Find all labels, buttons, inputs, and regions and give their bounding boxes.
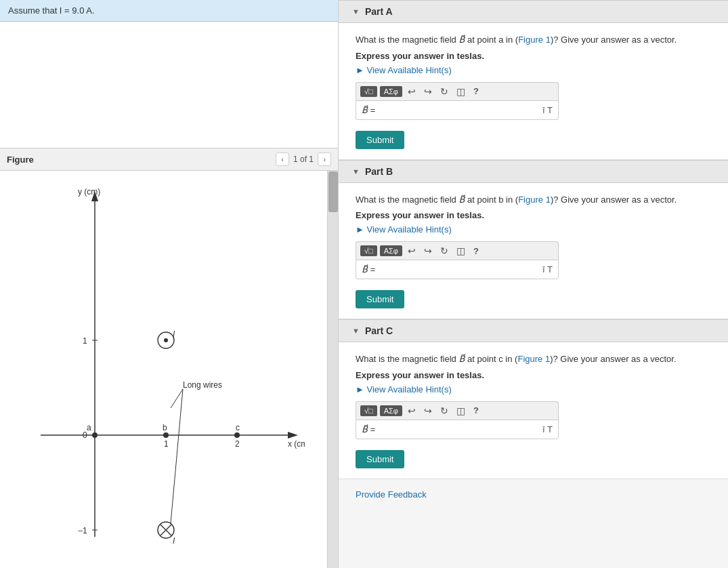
part-b-sqrt-btn[interactable]: √□: [360, 245, 377, 256]
svg-marker-3: [288, 432, 298, 439]
part-a-help-btn[interactable]: ?: [471, 85, 481, 97]
svg-text:y (cm): y (cm): [78, 187, 100, 197]
part-a-grid-btn[interactable]: ◫: [454, 85, 468, 98]
part-b-question: What is the magnetic field B⃗ at point b…: [356, 193, 711, 207]
left-panel: Assume that I = 9.0 A. Figure ‹ 1 of 1 ›: [0, 0, 339, 568]
part-c-symbol-btn[interactable]: AΣφ: [380, 405, 402, 416]
part-b-hint[interactable]: ► View Available Hint(s): [356, 224, 711, 235]
assume-label: Assume that I = 9.0 A.: [8, 5, 95, 16]
part-c-label: Part C: [365, 325, 393, 336]
part-b-b-label: B⃗ =: [362, 264, 375, 275]
svg-text:Long wires: Long wires: [183, 380, 222, 390]
part-c-section: ▼ Part C What is the magnetic field B⃗ a…: [339, 319, 728, 479]
figure-svg: y (cm) x (cm) 1 0 −1: [0, 171, 338, 568]
part-c-submit-btn[interactable]: Submit: [356, 450, 404, 468]
part-a-question: What is the magnetic field B⃗ at point a…: [356, 33, 711, 47]
part-b-unit: î T: [542, 264, 553, 275]
figure-link-b[interactable]: Figure 1: [518, 195, 551, 205]
part-c-question: What is the magnetic field B⃗ at point c…: [356, 352, 711, 366]
part-c-express: Express your answer in teslas.: [356, 370, 711, 380]
part-b-arrow: ▼: [352, 167, 360, 176]
part-c-toolbar: √□ AΣφ ↩ ↪ ↻ ◫ ?: [356, 401, 559, 420]
svg-point-22: [92, 432, 98, 438]
part-c-unit: î T: [542, 424, 553, 434]
part-c-undo-btn[interactable]: ↩: [405, 405, 419, 417]
part-b-answer-row: B⃗ = î T: [356, 260, 559, 279]
part-c-grid-btn[interactable]: ◫: [454, 405, 468, 417]
part-a-symbol-btn[interactable]: AΣφ: [380, 86, 402, 97]
part-c-content: What is the magnetic field B⃗ at point c…: [339, 342, 728, 479]
svg-text:I: I: [173, 329, 175, 339]
part-b-input[interactable]: [379, 263, 538, 276]
part-c-b-label: B⃗ =: [362, 424, 375, 434]
svg-line-30: [171, 389, 183, 523]
part-b-header: ▼ Part B: [339, 160, 728, 183]
svg-point-16: [164, 338, 168, 342]
part-c-help-btn[interactable]: ?: [471, 405, 481, 416]
part-a-header: ▼ Part A: [339, 0, 728, 23]
svg-point-26: [234, 432, 240, 438]
part-a-arrow: ▼: [352, 7, 360, 16]
part-a-reset-btn[interactable]: ↻: [437, 85, 451, 98]
part-a-section: ▼ Part A What is the magnetic field B⃗ a…: [339, 0, 728, 160]
part-b-toolbar: √□ AΣφ ↩ ↪ ↻ ◫ ?: [356, 241, 559, 260]
svg-text:x (cm): x (cm): [288, 439, 305, 449]
figure-scrollbar[interactable]: [327, 171, 338, 568]
svg-text:I: I: [173, 536, 175, 546]
part-a-content: What is the magnetic field B⃗ at point a…: [339, 23, 728, 160]
part-c-reset-btn[interactable]: ↻: [437, 405, 451, 417]
figure-nav-text: 1 of 1: [293, 155, 314, 164]
part-b-section: ▼ Part B What is the magnetic field B⃗ a…: [339, 160, 728, 320]
svg-text:−1: −1: [78, 526, 87, 535]
part-a-undo-btn[interactable]: ↩: [405, 85, 419, 98]
figure-link-a[interactable]: Figure 1: [518, 35, 551, 45]
figure-content: y (cm) x (cm) 1 0 −1: [0, 171, 338, 568]
part-c-arrow: ▼: [352, 327, 360, 335]
part-a-toolbar: √□ AΣφ ↩ ↪ ↻ ◫ ?: [356, 82, 559, 100]
part-a-unit: î T: [542, 105, 553, 115]
part-b-undo-btn[interactable]: ↩: [405, 245, 419, 257]
part-b-label: Part B: [365, 166, 393, 177]
part-b-redo-btn[interactable]: ↪: [421, 245, 435, 257]
part-b-express: Express your answer in teslas.: [356, 210, 711, 220]
svg-point-24: [163, 432, 169, 438]
part-c-input[interactable]: [379, 423, 538, 436]
part-a-label: Part A: [365, 6, 393, 17]
feedback-link[interactable]: Provide Feedback: [339, 479, 728, 510]
scroll-thumb[interactable]: [328, 171, 338, 212]
part-b-grid-btn[interactable]: ◫: [454, 245, 468, 257]
part-b-content: What is the magnetic field B⃗ at point b…: [339, 183, 728, 320]
svg-text:a: a: [87, 423, 91, 432]
part-b-reset-btn[interactable]: ↻: [437, 245, 451, 257]
part-a-submit-btn[interactable]: Submit: [356, 131, 404, 149]
part-a-redo-btn[interactable]: ↪: [421, 85, 435, 98]
svg-text:2: 2: [235, 439, 240, 449]
part-b-submit-btn[interactable]: Submit: [356, 290, 404, 308]
part-b-help-btn[interactable]: ?: [471, 245, 481, 257]
part-a-b-label: B⃗ =: [362, 105, 375, 115]
part-c-redo-btn[interactable]: ↪: [421, 405, 435, 417]
figure-header: Figure ‹ 1 of 1 ›: [0, 148, 338, 171]
part-a-sqrt-btn[interactable]: √□: [360, 86, 377, 97]
figure-area: Figure ‹ 1 of 1 ›: [0, 148, 338, 568]
svg-text:b: b: [163, 423, 167, 432]
svg-text:1: 1: [83, 336, 87, 346]
figure-link-c[interactable]: Figure 1: [517, 354, 550, 364]
part-c-hint[interactable]: ► View Available Hint(s): [356, 384, 711, 394]
figure-title: Figure: [7, 155, 34, 165]
assume-text: Assume that I = 9.0 A.: [0, 0, 338, 22]
figure-nav: ‹ 1 of 1 ›: [276, 153, 331, 166]
part-b-symbol-btn[interactable]: AΣφ: [380, 245, 402, 256]
part-a-hint[interactable]: ► View Available Hint(s): [356, 65, 711, 75]
figure-next-btn[interactable]: ›: [318, 153, 331, 166]
part-a-answer-row: B⃗ = î T: [356, 100, 559, 120]
part-c-header: ▼ Part C: [339, 319, 728, 342]
part-c-answer-row: B⃗ = î T: [356, 420, 559, 439]
part-a-input[interactable]: [379, 104, 538, 117]
part-a-express: Express your answer in teslas.: [356, 51, 711, 61]
part-c-sqrt-btn[interactable]: √□: [360, 405, 377, 416]
figure-prev-btn[interactable]: ‹: [276, 153, 289, 166]
svg-text:c: c: [236, 423, 240, 432]
right-panel: ▼ Part A What is the magnetic field B⃗ a…: [339, 0, 728, 568]
svg-line-29: [171, 389, 183, 408]
